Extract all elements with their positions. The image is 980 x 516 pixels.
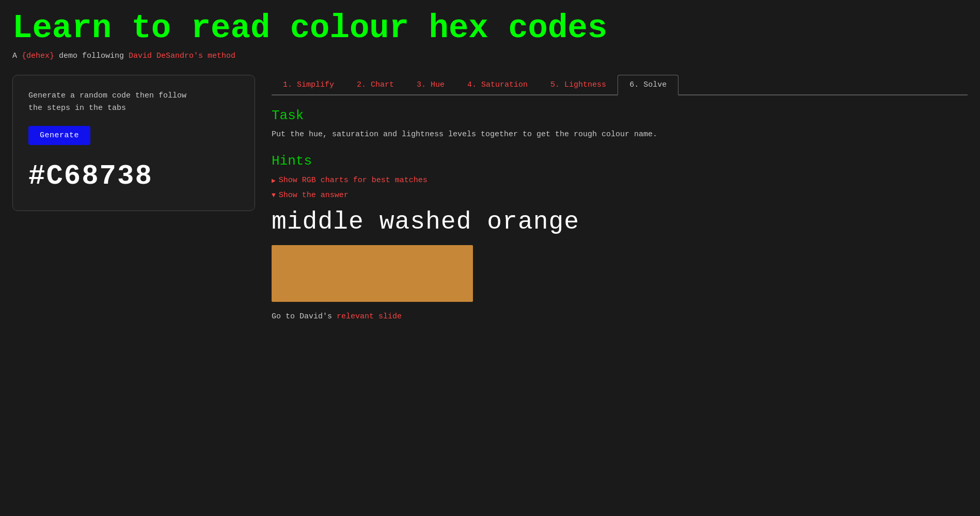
subtitle: A {dehex} demo following David DeSandro'… <box>12 52 968 60</box>
generate-button[interactable]: Generate <box>28 126 90 145</box>
david-link-line: Go to David's relevant slide <box>272 312 968 321</box>
david-desandro-link[interactable]: David DeSandro's method <box>129 52 235 60</box>
main-layout: Generate a random code then followthe st… <box>12 75 968 321</box>
tab-saturation[interactable]: 4. Saturation <box>456 75 539 95</box>
tab-hue[interactable]: 3. Hue <box>405 75 456 95</box>
hint1-label: Show RGB charts for best matches <box>279 176 428 185</box>
tab-simplify[interactable]: 1. Simplify <box>272 75 345 95</box>
hint1-arrow: ▶ <box>272 176 276 185</box>
task-description: Put the hue, saturation and lightness le… <box>272 128 968 141</box>
dehex-label: {dehex} <box>22 52 54 60</box>
hint2-label: Show the answer <box>279 191 349 200</box>
tabs-bar: 1. Simplify 2. Chart 3. Hue 4. Saturatio… <box>272 75 968 95</box>
subtitle-prefix: A <box>12 52 22 60</box>
tab-solve[interactable]: 6. Solve <box>618 75 678 95</box>
tab-chart[interactable]: 2. Chart <box>345 75 405 95</box>
subtitle-middle: demo following <box>54 52 129 60</box>
hint2-arrow: ▼ <box>272 191 276 199</box>
right-panel: 1. Simplify 2. Chart 3. Hue 4. Saturatio… <box>272 75 968 321</box>
relevant-slide-link[interactable]: relevant slide <box>337 312 402 321</box>
tab-solve-content: Task Put the hue, saturation and lightne… <box>272 108 968 321</box>
david-line-prefix: Go to David's <box>272 312 337 321</box>
show-rgb-charts-toggle[interactable]: ▶ Show RGB charts for best matches <box>272 176 428 185</box>
show-answer-toggle[interactable]: ▼ Show the answer <box>272 191 349 200</box>
hints-title: Hints <box>272 153 968 169</box>
hex-code-display: #C68738 <box>28 160 239 192</box>
tab-lightness[interactable]: 5. Lightness <box>539 75 618 95</box>
left-panel: Generate a random code then followthe st… <box>12 75 255 211</box>
page-title: Learn to read colour hex codes <box>12 10 968 46</box>
answer-text: middle washed orange <box>272 208 968 236</box>
task-title: Task <box>272 108 968 123</box>
instructions-text: Generate a random code then followthe st… <box>28 90 239 115</box>
color-swatch <box>272 245 473 302</box>
answer-section: middle washed orange Go to David's relev… <box>272 208 968 321</box>
